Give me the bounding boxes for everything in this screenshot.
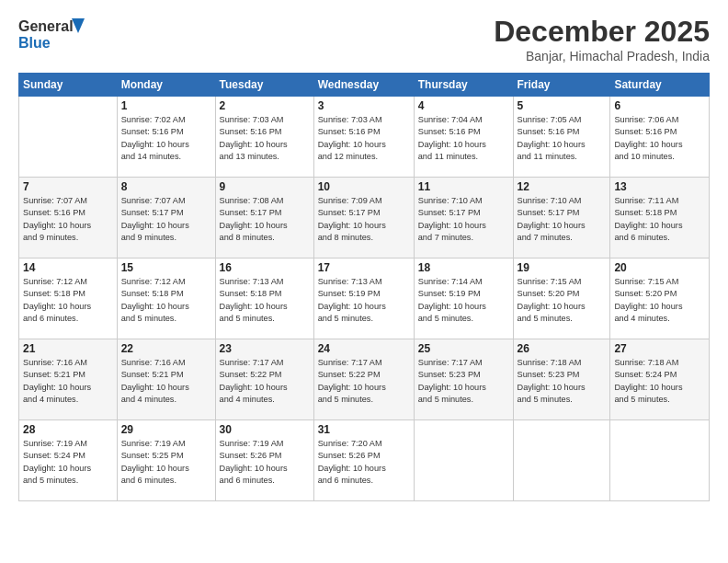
day-info: Sunrise: 7:13 AM Sunset: 5:18 PM Dayligh…	[220, 276, 310, 325]
calendar-cell: 25Sunrise: 7:17 AM Sunset: 5:23 PM Dayli…	[414, 339, 513, 420]
calendar-cell: 19Sunrise: 7:15 AM Sunset: 5:20 PM Dayli…	[513, 259, 610, 339]
week-row-1: 1Sunrise: 7:02 AM Sunset: 5:16 PM Daylig…	[19, 97, 710, 178]
day-info: Sunrise: 7:10 AM Sunset: 5:17 PM Dayligh…	[518, 195, 607, 244]
title-block: December 2025 Banjar, Himachal Pradesh, …	[494, 15, 710, 63]
calendar-cell: 22Sunrise: 7:16 AM Sunset: 5:21 PM Dayli…	[117, 339, 215, 420]
week-row-3: 14Sunrise: 7:12 AM Sunset: 5:18 PM Dayli…	[19, 259, 710, 339]
col-tuesday: Tuesday	[215, 74, 313, 97]
calendar-cell: 13Sunrise: 7:11 AM Sunset: 5:18 PM Dayli…	[610, 178, 710, 259]
day-info: Sunrise: 7:07 AM Sunset: 5:17 PM Dayligh…	[121, 195, 211, 244]
day-info: Sunrise: 7:09 AM Sunset: 5:17 PM Dayligh…	[318, 195, 410, 244]
day-number: 28	[23, 423, 113, 436]
day-info: Sunrise: 7:15 AM Sunset: 5:20 PM Dayligh…	[518, 276, 607, 325]
day-number: 17	[318, 261, 410, 274]
logo-icon: GeneralBlue	[18, 15, 92, 52]
month-title: December 2025	[494, 15, 710, 49]
svg-marker-2	[72, 18, 85, 33]
day-number: 25	[418, 342, 509, 355]
day-number: 29	[121, 423, 211, 436]
week-row-2: 7Sunrise: 7:07 AM Sunset: 5:16 PM Daylig…	[19, 178, 710, 259]
calendar-cell: 18Sunrise: 7:14 AM Sunset: 5:19 PM Dayli…	[414, 259, 513, 339]
calendar-cell: 1Sunrise: 7:02 AM Sunset: 5:16 PM Daylig…	[117, 97, 215, 178]
day-info: Sunrise: 7:17 AM Sunset: 5:22 PM Dayligh…	[318, 357, 410, 406]
day-info: Sunrise: 7:13 AM Sunset: 5:19 PM Dayligh…	[318, 276, 410, 325]
day-number: 21	[23, 342, 113, 355]
svg-text:Blue: Blue	[18, 35, 51, 51]
calendar-cell: 3Sunrise: 7:03 AM Sunset: 5:16 PM Daylig…	[313, 97, 414, 178]
day-info: Sunrise: 7:11 AM Sunset: 5:18 PM Dayligh…	[614, 195, 705, 244]
col-friday: Friday	[513, 74, 610, 97]
calendar-cell: 15Sunrise: 7:12 AM Sunset: 5:18 PM Dayli…	[117, 259, 215, 339]
calendar-cell: 17Sunrise: 7:13 AM Sunset: 5:19 PM Dayli…	[313, 259, 414, 339]
col-thursday: Thursday	[414, 74, 513, 97]
logo: GeneralBlue	[18, 15, 92, 52]
page: GeneralBlue December 2025 Banjar, Himach…	[0, 0, 728, 563]
day-number: 12	[518, 180, 607, 193]
calendar-cell: 4Sunrise: 7:04 AM Sunset: 5:16 PM Daylig…	[414, 97, 513, 178]
calendar-cell: 20Sunrise: 7:15 AM Sunset: 5:20 PM Dayli…	[610, 259, 710, 339]
calendar-cell: 10Sunrise: 7:09 AM Sunset: 5:17 PM Dayli…	[313, 178, 414, 259]
day-info: Sunrise: 7:19 AM Sunset: 5:24 PM Dayligh…	[23, 438, 113, 487]
calendar-cell: 31Sunrise: 7:20 AM Sunset: 5:26 PM Dayli…	[313, 420, 414, 501]
calendar-cell: 7Sunrise: 7:07 AM Sunset: 5:16 PM Daylig…	[19, 178, 118, 259]
day-number: 13	[614, 180, 705, 193]
day-number: 5	[518, 99, 607, 112]
day-info: Sunrise: 7:02 AM Sunset: 5:16 PM Dayligh…	[121, 114, 211, 163]
day-number: 4	[418, 99, 509, 112]
day-number: 16	[220, 261, 310, 274]
day-number: 31	[318, 423, 410, 436]
calendar-cell: 23Sunrise: 7:17 AM Sunset: 5:22 PM Dayli…	[215, 339, 313, 420]
day-number: 11	[418, 180, 509, 193]
day-info: Sunrise: 7:12 AM Sunset: 5:18 PM Dayligh…	[121, 276, 211, 325]
day-info: Sunrise: 7:05 AM Sunset: 5:16 PM Dayligh…	[518, 114, 607, 163]
day-info: Sunrise: 7:18 AM Sunset: 5:24 PM Dayligh…	[614, 357, 705, 406]
col-saturday: Saturday	[610, 74, 710, 97]
calendar-cell: 14Sunrise: 7:12 AM Sunset: 5:18 PM Dayli…	[19, 259, 118, 339]
header: GeneralBlue December 2025 Banjar, Himach…	[18, 15, 710, 63]
calendar-cell: 16Sunrise: 7:13 AM Sunset: 5:18 PM Dayli…	[215, 259, 313, 339]
calendar-cell: 28Sunrise: 7:19 AM Sunset: 5:24 PM Dayli…	[19, 420, 118, 501]
day-info: Sunrise: 7:19 AM Sunset: 5:25 PM Dayligh…	[121, 438, 211, 487]
day-number: 18	[418, 261, 509, 274]
day-number: 27	[614, 342, 705, 355]
day-info: Sunrise: 7:18 AM Sunset: 5:23 PM Dayligh…	[518, 357, 607, 406]
calendar-cell: 21Sunrise: 7:16 AM Sunset: 5:21 PM Dayli…	[19, 339, 118, 420]
day-info: Sunrise: 7:20 AM Sunset: 5:26 PM Dayligh…	[318, 438, 410, 487]
calendar-cell: 11Sunrise: 7:10 AM Sunset: 5:17 PM Dayli…	[414, 178, 513, 259]
day-number: 7	[23, 180, 113, 193]
day-number: 30	[220, 423, 310, 436]
day-number: 2	[220, 99, 310, 112]
day-info: Sunrise: 7:03 AM Sunset: 5:16 PM Dayligh…	[220, 114, 310, 163]
calendar-cell: 2Sunrise: 7:03 AM Sunset: 5:16 PM Daylig…	[215, 97, 313, 178]
day-number: 3	[318, 99, 410, 112]
calendar-cell: 12Sunrise: 7:10 AM Sunset: 5:17 PM Dayli…	[513, 178, 610, 259]
day-number: 24	[318, 342, 410, 355]
calendar-cell: 27Sunrise: 7:18 AM Sunset: 5:24 PM Dayli…	[610, 339, 710, 420]
day-number: 14	[23, 261, 113, 274]
day-info: Sunrise: 7:12 AM Sunset: 5:18 PM Dayligh…	[23, 276, 113, 325]
day-info: Sunrise: 7:03 AM Sunset: 5:16 PM Dayligh…	[318, 114, 410, 163]
day-info: Sunrise: 7:17 AM Sunset: 5:23 PM Dayligh…	[418, 357, 509, 406]
day-number: 10	[318, 180, 410, 193]
day-number: 26	[518, 342, 607, 355]
day-number: 15	[121, 261, 211, 274]
calendar-cell	[610, 420, 710, 501]
day-info: Sunrise: 7:04 AM Sunset: 5:16 PM Dayligh…	[418, 114, 509, 163]
week-row-4: 21Sunrise: 7:16 AM Sunset: 5:21 PM Dayli…	[19, 339, 710, 420]
col-wednesday: Wednesday	[313, 74, 414, 97]
day-number: 19	[518, 261, 607, 274]
day-info: Sunrise: 7:10 AM Sunset: 5:17 PM Dayligh…	[418, 195, 509, 244]
day-info: Sunrise: 7:08 AM Sunset: 5:17 PM Dayligh…	[220, 195, 310, 244]
calendar-cell: 24Sunrise: 7:17 AM Sunset: 5:22 PM Dayli…	[313, 339, 414, 420]
calendar-table: Sunday Monday Tuesday Wednesday Thursday…	[18, 73, 710, 501]
col-sunday: Sunday	[19, 74, 118, 97]
day-number: 8	[121, 180, 211, 193]
calendar-cell: 6Sunrise: 7:06 AM Sunset: 5:16 PM Daylig…	[610, 97, 710, 178]
day-number: 22	[121, 342, 211, 355]
calendar-cell: 5Sunrise: 7:05 AM Sunset: 5:16 PM Daylig…	[513, 97, 610, 178]
day-info: Sunrise: 7:14 AM Sunset: 5:19 PM Dayligh…	[418, 276, 509, 325]
calendar-cell: 30Sunrise: 7:19 AM Sunset: 5:26 PM Dayli…	[215, 420, 313, 501]
calendar-cell	[513, 420, 610, 501]
svg-text:General: General	[18, 18, 74, 34]
col-monday: Monday	[117, 74, 215, 97]
